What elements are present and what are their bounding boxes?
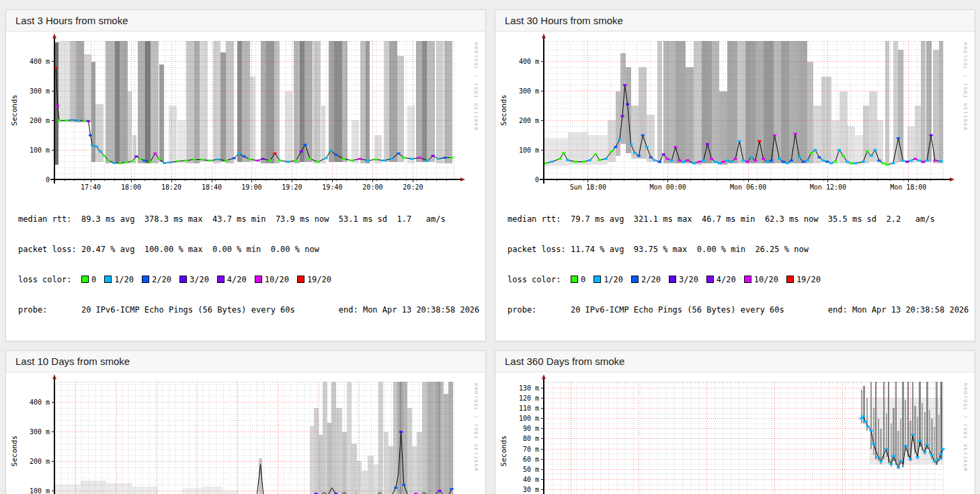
stat-label: median rtt: xyxy=(507,214,571,224)
svg-text:50 m: 50 m xyxy=(523,466,539,473)
chart-body: Sun 18:00Mon 00:00Mon 06:00Mon 12:00Mon … xyxy=(495,32,975,341)
latency-graph[interactable]: May 2025July 2025September 2025November … xyxy=(497,374,967,494)
svg-text:100 m: 100 m xyxy=(30,487,50,494)
chart-body: 04 Apr05 Apr06 Apr07 Apr08 Apr09 Apr10 A… xyxy=(6,372,485,494)
svg-text:RRDTOOL / TOBI OETIKER: RRDTOOL / TOBI OETIKER xyxy=(963,42,967,131)
panel-last-3-hours: Last 3 Hours from smoke 17:4018:0018:201… xyxy=(5,9,486,341)
stat-median-rtt: median rtt:79.7 ms avg 321.1 ms max 46.7… xyxy=(507,214,975,224)
loss-color-swatch xyxy=(104,276,112,283)
stat-values: 89.3 ms avg 378.3 ms max 43.7 ms min 73.… xyxy=(81,214,446,224)
svg-text:0: 0 xyxy=(46,176,50,183)
svg-text:80 m: 80 m xyxy=(523,435,539,442)
stat-label: packet loss: xyxy=(18,245,81,255)
loss-color-swatch xyxy=(217,276,224,283)
svg-text:18:00: 18:00 xyxy=(121,183,141,191)
svg-text:200 m: 200 m xyxy=(30,117,50,124)
svg-text:60 m: 60 m xyxy=(523,456,539,463)
svg-text:110 m: 110 m xyxy=(519,405,539,412)
svg-text:20:20: 20:20 xyxy=(403,183,423,191)
chart-title: Last 30 Hours from smoke xyxy=(495,10,975,32)
svg-text:400 m: 400 m xyxy=(519,58,539,65)
graph-stats: median rtt:89.3 ms avg 378.3 ms max 43.7… xyxy=(7,194,485,335)
chart-title: Last 3 Hours from smoke xyxy=(6,10,485,32)
loss-color-swatch xyxy=(786,276,794,283)
svg-text:Sun 18:00: Sun 18:00 xyxy=(570,183,606,191)
stat-probe: probe:20 IPv6-ICMP Echo Pings (56 Bytes)… xyxy=(507,305,975,315)
loss-color-label: 0 xyxy=(91,275,96,284)
loss-color-swatch xyxy=(669,276,676,283)
loss-color-swatch xyxy=(631,276,639,283)
loss-color-swatch xyxy=(81,276,89,283)
svg-text:19:40: 19:40 xyxy=(322,183,342,191)
stat-label: probe: xyxy=(18,305,81,315)
svg-text:Mon 06:00: Mon 06:00 xyxy=(730,183,766,191)
svg-text:RRDTOOL / TOBI OETIKER: RRDTOOL / TOBI OETIKER xyxy=(473,42,478,131)
stat-values: 20.47 % avg 100.00 % max 0.00 % min 0.00… xyxy=(81,245,319,254)
chart-body: May 2025July 2025September 2025November … xyxy=(495,372,975,494)
loss-color-swatch xyxy=(744,276,751,283)
stat-values: 79.7 ms avg 321.1 ms max 46.7 ms min 62.… xyxy=(571,214,935,224)
svg-text:40 m: 40 m xyxy=(523,476,539,483)
loss-color-legend: 01/202/203/204/2010/2019/20 xyxy=(571,275,829,284)
svg-text:400 m: 400 m xyxy=(30,58,50,65)
latency-graph[interactable]: 04 Apr05 Apr06 Apr07 Apr08 Apr09 Apr10 A… xyxy=(7,374,478,494)
svg-text:Seconds: Seconds xyxy=(10,436,19,466)
svg-text:100 m: 100 m xyxy=(519,147,539,154)
svg-text:300 m: 300 m xyxy=(30,428,50,436)
svg-text:Seconds: Seconds xyxy=(10,95,19,126)
stat-loss-color: loss color:01/202/203/204/2010/2019/20 xyxy=(18,275,485,285)
loss-color-label: 4/20 xyxy=(717,275,736,284)
loss-color-label: 3/20 xyxy=(190,275,209,284)
svg-text:17:40: 17:40 xyxy=(81,183,101,191)
svg-text:Mon 12:00: Mon 12:00 xyxy=(810,183,846,191)
svg-text:19:00: 19:00 xyxy=(241,183,261,191)
stat-label: loss color: xyxy=(18,275,81,285)
svg-text:130 m: 130 m xyxy=(519,384,539,392)
chart-body: 17:4018:0018:2018:4019:0019:2019:4020:00… xyxy=(6,32,485,341)
svg-text:90 m: 90 m xyxy=(523,425,539,432)
svg-text:30 m: 30 m xyxy=(523,486,539,493)
svg-text:Seconds: Seconds xyxy=(499,436,508,466)
panel-last-10-days: Last 10 Days from smoke 04 Apr05 Apr06 A… xyxy=(5,350,486,494)
loss-color-label: 10/20 xyxy=(754,275,778,284)
loss-color-swatch xyxy=(594,276,601,283)
loss-color-label: 19/20 xyxy=(307,275,331,284)
svg-text:Mon 00:00: Mon 00:00 xyxy=(650,183,686,191)
loss-color-swatch xyxy=(179,276,187,283)
stat-values: 11.74 % avg 93.75 % max 0.00 % min 26.25… xyxy=(571,245,809,254)
stat-label: median rtt: xyxy=(18,214,81,224)
svg-text:100 m: 100 m xyxy=(30,147,50,154)
end-time: end: Mon Apr 13 20:38:58 2026 xyxy=(828,305,969,315)
stat-packet-loss: packet loss:20.47 % avg 100.00 % max 0.0… xyxy=(18,245,485,255)
stat-label: loss color: xyxy=(507,275,571,285)
svg-text:100 m: 100 m xyxy=(519,415,539,422)
panel-last-30-hours: Last 30 Hours from smoke Sun 18:00Mon 00… xyxy=(495,9,975,341)
loss-color-label: 4/20 xyxy=(227,275,247,284)
chart-title: Last 10 Days from smoke xyxy=(6,351,485,372)
probe-text: 20 IPv6-ICMP Echo Pings (56 Bytes) every… xyxy=(81,305,339,315)
stat-label: probe: xyxy=(507,305,571,315)
chart-title: Last 360 Days from smoke xyxy=(495,351,975,372)
svg-text:300 m: 300 m xyxy=(30,87,50,95)
svg-text:Mon 18:00: Mon 18:00 xyxy=(890,183,926,191)
dashboard-grid: Last 3 Hours from smoke 17:4018:0018:201… xyxy=(0,0,980,494)
latency-graph[interactable]: 17:4018:0018:2018:4019:0019:2019:4020:00… xyxy=(7,33,478,194)
probe-text: 20 IPv6-ICMP Echo Pings (56 Bytes) every… xyxy=(571,305,828,315)
svg-text:120 m: 120 m xyxy=(519,395,539,402)
loss-color-swatch xyxy=(706,276,714,283)
loss-color-label: 2/20 xyxy=(641,275,661,284)
latency-graph[interactable]: Sun 18:00Mon 00:00Mon 06:00Mon 12:00Mon … xyxy=(497,33,967,194)
loss-color-label: 2/20 xyxy=(152,275,171,284)
svg-text:19:20: 19:20 xyxy=(282,183,302,191)
svg-text:300 m: 300 m xyxy=(519,87,539,95)
svg-text:RRDTOOL / TOBI OETIKER: RRDTOOL / TOBI OETIKER xyxy=(963,383,967,472)
loss-color-label: 19/20 xyxy=(797,275,821,284)
loss-color-label: 0 xyxy=(581,275,585,284)
stat-loss-color: loss color:01/202/203/204/2010/2019/20 xyxy=(507,275,975,285)
loss-color-swatch xyxy=(255,276,262,283)
end-time: end: Mon Apr 13 20:38:58 2026 xyxy=(339,305,480,315)
loss-color-swatch xyxy=(297,276,304,283)
loss-color-swatch xyxy=(142,276,149,283)
svg-text:0: 0 xyxy=(535,176,539,183)
loss-color-label: 1/20 xyxy=(604,275,623,284)
